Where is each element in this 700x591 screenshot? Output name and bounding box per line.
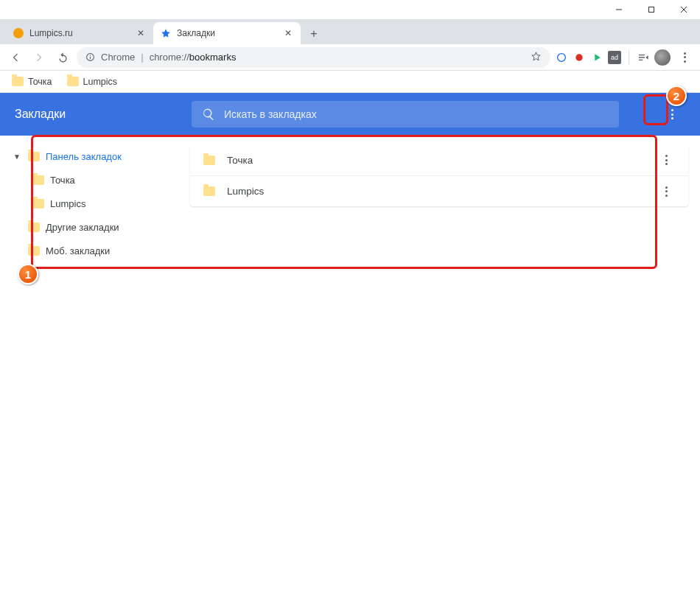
reload-button[interactable] <box>53 48 72 67</box>
tab-favicon <box>13 28 24 38</box>
window-close-button[interactable] <box>668 0 700 19</box>
list-item[interactable]: Lumpics <box>190 175 688 206</box>
tab-close-icon[interactable]: ✕ <box>283 28 293 38</box>
site-info-icon[interactable] <box>85 52 95 62</box>
bookmark-list-card: Точка Lumpics <box>190 144 688 206</box>
bookmarks-menu-button[interactable] <box>659 101 685 127</box>
extension-icon[interactable] <box>573 51 586 64</box>
chrome-menu-button[interactable] <box>675 48 694 67</box>
folder-icon <box>32 199 44 209</box>
bookmark-star-icon[interactable] <box>531 51 542 64</box>
search-icon <box>202 108 215 121</box>
bookmark-folder[interactable]: Точка <box>6 74 58 89</box>
tab-bookmarks[interactable]: Закладки ✕ <box>153 22 301 44</box>
tree-item-other-bookmarks[interactable]: Другие закладки <box>3 215 187 239</box>
page-title: Закладки <box>15 108 177 121</box>
folder-icon <box>67 77 79 86</box>
svg-rect-6 <box>90 57 91 59</box>
bookmarks-content: ▼ Панель закладок Точка Lumpics Другие з… <box>0 136 700 591</box>
folder-icon <box>28 246 40 256</box>
window-titlebar <box>0 0 700 19</box>
svg-point-5 <box>90 55 91 56</box>
tab-close-icon[interactable]: ✕ <box>136 28 146 38</box>
star-icon <box>161 28 171 38</box>
folder-icon <box>203 155 215 165</box>
bookmark-folder[interactable]: Lumpics <box>61 74 124 89</box>
extension-icon[interactable] <box>590 51 603 64</box>
back-button[interactable] <box>6 48 25 67</box>
chevron-down-icon[interactable]: ▼ <box>12 153 22 161</box>
url-text: chrome://bookmarks <box>150 52 237 63</box>
tree-label: Моб. закладки <box>46 245 110 256</box>
profile-avatar[interactable] <box>654 49 671 66</box>
list-item-label: Lumpics <box>227 186 264 197</box>
tab-title: Lumpics.ru <box>29 28 130 38</box>
bookmarks-page-header: Закладки <box>0 93 700 136</box>
tab-title: Закладки <box>177 28 277 38</box>
folder-icon <box>28 223 40 232</box>
folder-icon <box>28 152 40 161</box>
address-bar[interactable]: Chrome | chrome://bookmarks <box>77 47 550 68</box>
list-item-label: Точка <box>227 155 253 166</box>
svg-point-7 <box>558 53 566 61</box>
tree-label: Другие закладки <box>46 222 119 233</box>
browser-toolbar: Chrome | chrome://bookmarks ad <box>0 44 700 71</box>
folder-icon <box>12 77 24 86</box>
folder-icon <box>32 175 44 185</box>
tree-item-mobile-bookmarks[interactable]: Моб. закладки <box>3 239 187 262</box>
bookmarks-bar: Точка Lumpics <box>0 71 700 93</box>
list-item[interactable]: Точка <box>190 144 688 175</box>
bookmark-label: Точка <box>28 77 52 87</box>
media-control-icon[interactable] <box>637 51 650 64</box>
folder-tree: ▼ Панель закладок Точка Lumpics Другие з… <box>0 136 190 591</box>
bookmark-list: Точка Lumpics <box>190 136 700 591</box>
new-tab-button[interactable]: + <box>304 24 324 44</box>
toolbar-separator <box>629 50 629 65</box>
svg-rect-1 <box>649 7 654 13</box>
tab-lumpics[interactable]: Lumpics.ru ✕ <box>6 22 153 44</box>
forward-button[interactable] <box>29 48 49 67</box>
window-maximize-button[interactable] <box>635 0 668 19</box>
item-menu-button[interactable] <box>657 151 675 169</box>
bookmarks-search[interactable] <box>192 101 619 127</box>
tree-label: Lumpics <box>50 198 85 209</box>
extension-icon[interactable]: ad <box>608 51 621 64</box>
tree-label: Точка <box>50 175 75 186</box>
bookmark-label: Lumpics <box>83 77 118 87</box>
tab-strip: Lumpics.ru ✕ Закладки ✕ + <box>0 19 700 44</box>
svg-point-8 <box>575 54 582 60</box>
tree-item[interactable]: Точка <box>3 168 187 192</box>
url-host: Chrome <box>101 52 135 63</box>
extension-icon[interactable] <box>555 51 568 64</box>
tree-item-bookmarks-bar[interactable]: ▼ Панель закладок <box>3 144 187 168</box>
tree-label: Панель закладок <box>46 151 122 162</box>
search-input[interactable] <box>224 108 609 120</box>
window-minimize-button[interactable] <box>603 0 635 19</box>
item-menu-button[interactable] <box>657 183 675 200</box>
tree-item[interactable]: Lumpics <box>3 192 187 215</box>
folder-icon <box>203 186 215 196</box>
